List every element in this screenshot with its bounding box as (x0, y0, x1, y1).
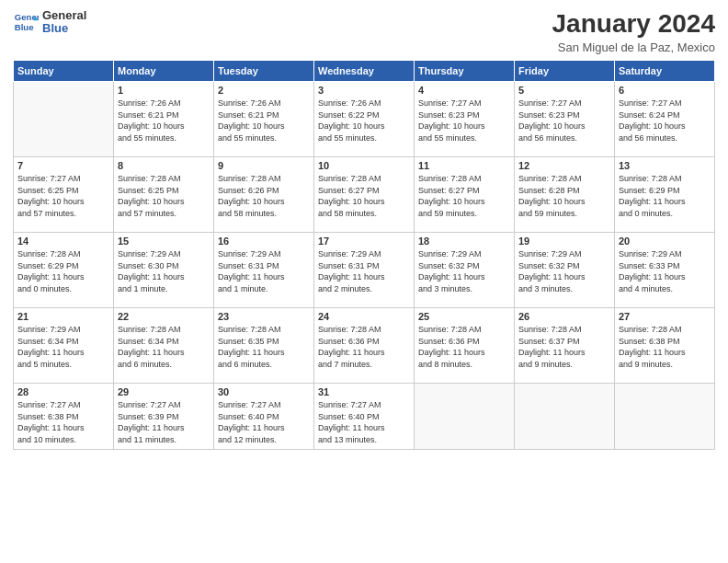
calendar-cell (14, 82, 114, 157)
calendar-cell: 27Sunrise: 7:28 AM Sunset: 6:38 PM Dayli… (615, 308, 715, 384)
day-info: Sunrise: 7:27 AM Sunset: 6:40 PM Dayligh… (218, 399, 310, 445)
calendar-cell: 31Sunrise: 7:27 AM Sunset: 6:40 PM Dayli… (314, 384, 415, 450)
day-info: Sunrise: 7:28 AM Sunset: 6:26 PM Dayligh… (218, 173, 310, 219)
calendar-cell: 21Sunrise: 7:29 AM Sunset: 6:34 PM Dayli… (14, 308, 114, 384)
calendar-cell: 13Sunrise: 7:28 AM Sunset: 6:29 PM Dayli… (615, 157, 715, 233)
calendar-cell: 8Sunrise: 7:28 AM Sunset: 6:25 PM Daylig… (114, 157, 214, 233)
logo-line1: General (42, 9, 86, 22)
day-info: Sunrise: 7:27 AM Sunset: 6:25 PM Dayligh… (17, 173, 109, 219)
calendar-cell: 12Sunrise: 7:28 AM Sunset: 6:28 PM Dayli… (515, 157, 615, 233)
day-number: 25 (418, 311, 510, 322)
day-info: Sunrise: 7:28 AM Sunset: 6:25 PM Dayligh… (118, 173, 210, 219)
day-info: Sunrise: 7:29 AM Sunset: 6:33 PM Dayligh… (619, 248, 711, 294)
day-number: 28 (17, 386, 109, 397)
day-number: 27 (619, 311, 711, 322)
day-number: 2 (218, 85, 310, 96)
day-info: Sunrise: 7:28 AM Sunset: 6:28 PM Dayligh… (518, 173, 610, 219)
day-info: Sunrise: 7:29 AM Sunset: 6:32 PM Dayligh… (518, 248, 610, 294)
day-number: 16 (218, 236, 310, 247)
day-info: Sunrise: 7:27 AM Sunset: 6:40 PM Dayligh… (318, 399, 410, 445)
day-number: 6 (619, 85, 711, 96)
day-number: 3 (318, 85, 410, 96)
calendar-cell: 23Sunrise: 7:28 AM Sunset: 6:35 PM Dayli… (214, 308, 314, 384)
day-info: Sunrise: 7:28 AM Sunset: 6:27 PM Dayligh… (418, 173, 510, 219)
day-number: 29 (118, 386, 210, 397)
logo-icon: General Blue (13, 9, 39, 35)
weekday-header-tuesday: Tuesday (214, 61, 314, 82)
calendar-cell: 17Sunrise: 7:29 AM Sunset: 6:31 PM Dayli… (314, 233, 415, 308)
calendar-cell: 3Sunrise: 7:26 AM Sunset: 6:22 PM Daylig… (314, 82, 415, 157)
day-number: 7 (17, 160, 109, 171)
day-info: Sunrise: 7:28 AM Sunset: 6:29 PM Dayligh… (619, 173, 711, 219)
calendar-cell: 24Sunrise: 7:28 AM Sunset: 6:36 PM Dayli… (314, 308, 415, 384)
calendar-cell: 6Sunrise: 7:27 AM Sunset: 6:24 PM Daylig… (615, 82, 715, 157)
day-number: 8 (118, 160, 210, 171)
week-row-5: 28Sunrise: 7:27 AM Sunset: 6:38 PM Dayli… (14, 384, 715, 450)
day-number: 10 (318, 160, 410, 171)
logo-line2: Blue (42, 22, 86, 35)
weekday-header-row: SundayMondayTuesdayWednesdayThursdayFrid… (14, 61, 715, 82)
day-number: 24 (318, 311, 410, 322)
calendar-cell: 11Sunrise: 7:28 AM Sunset: 6:27 PM Dayli… (415, 157, 515, 233)
week-row-4: 21Sunrise: 7:29 AM Sunset: 6:34 PM Dayli… (14, 308, 715, 384)
calendar-cell (415, 384, 515, 450)
day-number: 19 (518, 236, 610, 247)
calendar-cell: 16Sunrise: 7:29 AM Sunset: 6:31 PM Dayli… (214, 233, 314, 308)
day-number: 13 (619, 160, 711, 171)
calendar-cell: 1Sunrise: 7:26 AM Sunset: 6:21 PM Daylig… (114, 82, 214, 157)
calendar-cell: 9Sunrise: 7:28 AM Sunset: 6:26 PM Daylig… (214, 157, 314, 233)
day-number: 15 (118, 236, 210, 247)
day-info: Sunrise: 7:28 AM Sunset: 6:37 PM Dayligh… (518, 324, 610, 370)
day-number: 23 (218, 311, 310, 322)
day-number: 5 (518, 85, 610, 96)
calendar-cell: 4Sunrise: 7:27 AM Sunset: 6:23 PM Daylig… (415, 82, 515, 157)
day-number: 4 (418, 85, 510, 96)
calendar-cell: 7Sunrise: 7:27 AM Sunset: 6:25 PM Daylig… (14, 157, 114, 233)
day-info: Sunrise: 7:28 AM Sunset: 6:34 PM Dayligh… (118, 324, 210, 370)
calendar-cell: 19Sunrise: 7:29 AM Sunset: 6:32 PM Dayli… (515, 233, 615, 308)
day-info: Sunrise: 7:27 AM Sunset: 6:23 PM Dayligh… (418, 98, 510, 144)
day-info: Sunrise: 7:28 AM Sunset: 6:38 PM Dayligh… (619, 324, 711, 370)
day-info: Sunrise: 7:28 AM Sunset: 6:35 PM Dayligh… (218, 324, 310, 370)
day-info: Sunrise: 7:29 AM Sunset: 6:30 PM Dayligh… (118, 248, 210, 294)
weekday-header-sunday: Sunday (14, 61, 114, 82)
header: General Blue General Blue January 2024 S… (13, 9, 715, 54)
weekday-header-saturday: Saturday (615, 61, 715, 82)
title-block: January 2024 San Miguel de la Paz, Mexic… (552, 9, 715, 54)
day-info: Sunrise: 7:26 AM Sunset: 6:22 PM Dayligh… (318, 98, 410, 144)
calendar-cell: 25Sunrise: 7:28 AM Sunset: 6:36 PM Dayli… (415, 308, 515, 384)
day-info: Sunrise: 7:29 AM Sunset: 6:31 PM Dayligh… (218, 248, 310, 294)
calendar-cell: 5Sunrise: 7:27 AM Sunset: 6:23 PM Daylig… (515, 82, 615, 157)
calendar-cell: 20Sunrise: 7:29 AM Sunset: 6:33 PM Dayli… (615, 233, 715, 308)
week-row-3: 14Sunrise: 7:28 AM Sunset: 6:29 PM Dayli… (14, 233, 715, 308)
day-info: Sunrise: 7:29 AM Sunset: 6:31 PM Dayligh… (318, 248, 410, 294)
weekday-header-monday: Monday (114, 61, 214, 82)
day-number: 30 (218, 386, 310, 397)
calendar-cell: 30Sunrise: 7:27 AM Sunset: 6:40 PM Dayli… (214, 384, 314, 450)
day-info: Sunrise: 7:28 AM Sunset: 6:36 PM Dayligh… (418, 324, 510, 370)
calendar-cell (615, 384, 715, 450)
day-number: 12 (518, 160, 610, 171)
weekday-header-thursday: Thursday (415, 61, 515, 82)
day-info: Sunrise: 7:29 AM Sunset: 6:32 PM Dayligh… (418, 248, 510, 294)
day-number: 11 (418, 160, 510, 171)
calendar-cell: 10Sunrise: 7:28 AM Sunset: 6:27 PM Dayli… (314, 157, 415, 233)
calendar-cell: 15Sunrise: 7:29 AM Sunset: 6:30 PM Dayli… (114, 233, 214, 308)
day-info: Sunrise: 7:27 AM Sunset: 6:24 PM Dayligh… (619, 98, 711, 144)
day-info: Sunrise: 7:26 AM Sunset: 6:21 PM Dayligh… (218, 98, 310, 144)
day-info: Sunrise: 7:28 AM Sunset: 6:27 PM Dayligh… (318, 173, 410, 219)
week-row-2: 7Sunrise: 7:27 AM Sunset: 6:25 PM Daylig… (14, 157, 715, 233)
day-number: 9 (218, 160, 310, 171)
calendar-cell: 22Sunrise: 7:28 AM Sunset: 6:34 PM Dayli… (114, 308, 214, 384)
day-number: 22 (118, 311, 210, 322)
calendar-cell: 28Sunrise: 7:27 AM Sunset: 6:38 PM Dayli… (14, 384, 114, 450)
day-number: 26 (518, 311, 610, 322)
day-info: Sunrise: 7:29 AM Sunset: 6:34 PM Dayligh… (17, 324, 109, 370)
calendar-cell: 14Sunrise: 7:28 AM Sunset: 6:29 PM Dayli… (14, 233, 114, 308)
day-info: Sunrise: 7:27 AM Sunset: 6:39 PM Dayligh… (118, 399, 210, 445)
page: General Blue General Blue January 2024 S… (0, 0, 728, 563)
day-info: Sunrise: 7:27 AM Sunset: 6:38 PM Dayligh… (17, 399, 109, 445)
day-number: 1 (118, 85, 210, 96)
calendar-table: SundayMondayTuesdayWednesdayThursdayFrid… (13, 60, 715, 450)
calendar-cell: 26Sunrise: 7:28 AM Sunset: 6:37 PM Dayli… (515, 308, 615, 384)
